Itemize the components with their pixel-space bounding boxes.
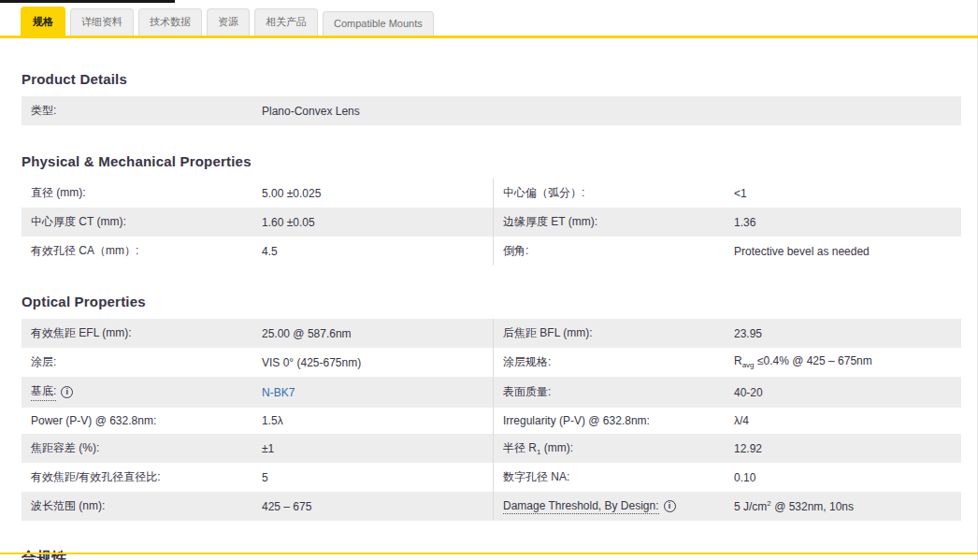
spec-label: 波长范围 (nm): [22, 492, 262, 521]
spec-label: 倒角: [494, 237, 734, 266]
spec-value: 5.00 ±0.025 [262, 180, 493, 207]
tab-resources[interactable]: 资源 [207, 8, 250, 36]
section-optical: Optical Properties 有效焦距 EFL (mm): 25.00 … [22, 294, 961, 521]
spec-label: 边缘厚度 ET (mm): [494, 208, 734, 237]
table-row: 涂层: VIS 0° (425-675nm) 涂层规格: Ravg ≤0.4% … [22, 348, 961, 377]
spec-cell: 有效焦距 EFL (mm): 25.00 @ 587.6nm [22, 319, 493, 348]
spec-value: Protective bevel as needed [734, 238, 961, 265]
spec-value: Plano-Convex Lens [262, 98, 493, 124]
spec-cell [493, 96, 961, 125]
table-row: 有效孔径 CA（mm）: 4.5 倒角: Protective bevel as… [22, 237, 961, 266]
spec-label: 后焦距 BFL (mm): [494, 319, 734, 348]
spec-cell: 基底: i N-BK7 [22, 377, 493, 408]
spec-value: 5 [262, 465, 493, 491]
spec-value: VIS 0° (425-675nm) [262, 350, 493, 376]
spec-cell: Power (P-V) @ 632.8nm: 1.5λ [22, 408, 493, 434]
spec-cell: 半径 R1 (mm): 12.92 [493, 434, 961, 463]
table-row: 中心厚度 CT (mm): 1.60 ±0.05 边缘厚度 ET (mm): 1… [22, 208, 961, 237]
spec-cell: 中心厚度 CT (mm): 1.60 ±0.05 [22, 208, 493, 237]
spec-cell: 倒角: Protective bevel as needed [493, 237, 961, 266]
tab-bar: 规格 详细资料 技术数据 资源 相关产品 Compatible Mounts [21, 0, 434, 36]
spec-label: 数字孔径 NA: [494, 463, 734, 492]
spec-label: 类型: [22, 96, 262, 125]
tab-technical-data[interactable]: 技术数据 [138, 8, 202, 36]
spec-cell: 后焦距 BFL (mm): 23.95 [493, 319, 961, 348]
spec-value: 12.92 [734, 436, 961, 462]
substrate-link[interactable]: N-BK7 [262, 380, 493, 406]
spec-label: 中心厚度 CT (mm): [22, 208, 262, 237]
spec-label: 有效孔径 CA（mm）: [22, 237, 262, 266]
spec-label: Irregularity (P-V) @ 632.8nm: [494, 408, 734, 434]
spec-value: ±1 [262, 436, 493, 462]
spec-content: Product Details 类型: Plano-Convex Lens Ph… [22, 38, 961, 560]
tab-compatible-mounts[interactable]: Compatible Mounts [323, 11, 434, 36]
spec-label-group: 基底: i [22, 377, 262, 408]
spec-cell: 表面质量: 40-20 [493, 377, 961, 408]
spec-label: Damage Threshold, By Design: [503, 499, 659, 514]
spec-cell: Irregularity (P-V) @ 632.8nm: λ/4 [493, 408, 961, 434]
spec-label: 有效焦距 EFL (mm): [22, 319, 262, 348]
footer-accent-line [0, 553, 978, 554]
spec-label: 直径 (mm): [22, 179, 262, 208]
section-title: Optical Properties [22, 294, 961, 309]
spec-cell: 中心偏（弧分）: <1 [493, 179, 961, 208]
spec-cell: 直径 (mm): 5.00 ±0.025 [22, 179, 493, 208]
info-icon[interactable]: i [664, 500, 676, 512]
spec-cell: 涂层规格: Ravg ≤0.4% @ 425 – 675nm [493, 348, 961, 377]
spec-value: 1.5λ [262, 408, 493, 434]
spec-value: 5 J/cm2 @ 532nm, 10ns [734, 493, 961, 520]
spec-cell: 涂层: VIS 0° (425-675nm) [22, 348, 493, 377]
section-product-details: Product Details 类型: Plano-Convex Lens [22, 71, 961, 125]
section-compliance: 合规性 RoHS: 符合标准 Certificate of Conformanc… [22, 549, 961, 560]
spec-value: 40-20 [734, 380, 961, 406]
spec-label: 中心偏（弧分）: [494, 179, 734, 208]
spec-value: 25.00 @ 587.6nm [262, 321, 493, 347]
spec-value: 4.5 [262, 238, 493, 265]
spec-label-group: Damage Threshold, By Design: i [494, 493, 734, 521]
section-title: 合规性 [22, 549, 961, 560]
spec-cell: 波长范围 (nm): 425 – 675 [22, 492, 493, 521]
spec-cell: 类型: Plano-Convex Lens [22, 96, 493, 125]
table-row: 基底: i N-BK7 表面质量: 40-20 [22, 377, 961, 408]
spec-label: 基底: [31, 383, 56, 401]
spec-label: 半径 R1 (mm): [494, 434, 734, 463]
spec-value: 425 – 675 [262, 494, 493, 520]
spec-cell: Damage Threshold, By Design: i 5 J/cm2 @… [493, 492, 961, 521]
spec-value: 23.95 [734, 321, 961, 347]
table-row: 波长范围 (nm): 425 – 675 Damage Threshold, B… [22, 492, 961, 521]
table-row: 类型: Plano-Convex Lens [22, 96, 961, 125]
tab-details[interactable]: 详细资料 [70, 8, 134, 36]
tab-related-products[interactable]: 相关产品 [254, 8, 318, 36]
table-row: Power (P-V) @ 632.8nm: 1.5λ Irregularity… [22, 408, 961, 434]
spec-label: 涂层: [22, 348, 262, 377]
spec-value: λ/4 [734, 408, 961, 434]
spec-label: Power (P-V) @ 632.8nm: [22, 408, 262, 434]
spec-label: 焦距容差 (%): [22, 434, 262, 463]
spec-cell: 边缘厚度 ET (mm): 1.36 [493, 208, 961, 237]
spec-label: 表面质量: [494, 378, 734, 407]
spec-value: <1 [734, 180, 961, 207]
spec-label: 有效焦距/有效孔径直径比: [22, 463, 262, 492]
spec-cell: 有效孔径 CA（mm）: 4.5 [22, 237, 493, 266]
section-title: Physical & Mechanical Properties [22, 153, 961, 169]
table-row: 直径 (mm): 5.00 ±0.025 中心偏（弧分）: <1 [22, 179, 961, 208]
info-icon[interactable]: i [61, 386, 73, 398]
section-title: Product Details [22, 71, 961, 87]
spec-value: 1.60 ±0.05 [262, 209, 493, 236]
spec-cell: 焦距容差 (%): ±1 [22, 434, 493, 463]
spec-cell: 有效焦距/有效孔径直径比: 5 [22, 463, 493, 492]
table-row: 有效焦距 EFL (mm): 25.00 @ 587.6nm 后焦距 BFL (… [22, 319, 961, 348]
spec-value: 1.36 [734, 209, 961, 236]
spec-label: 涂层规格: [494, 348, 734, 377]
table-row: 有效焦距/有效孔径直径比: 5 数字孔径 NA: 0.10 [22, 463, 961, 492]
section-physical-mechanical: Physical & Mechanical Properties 直径 (mm)… [22, 153, 961, 266]
tab-specs[interactable]: 规格 [21, 7, 65, 36]
spec-value: Ravg ≤0.4% @ 425 – 675nm [734, 348, 961, 376]
spec-cell: 数字孔径 NA: 0.10 [493, 463, 961, 492]
spec-value: 0.10 [734, 465, 961, 491]
table-row: 焦距容差 (%): ±1 半径 R1 (mm): 12.92 [22, 434, 961, 463]
